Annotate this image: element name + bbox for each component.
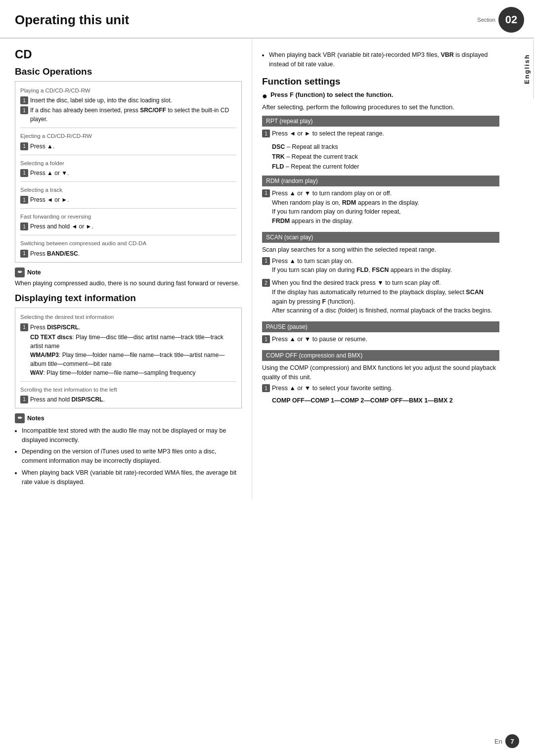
rpt-fld-text: – Repeat the current folder	[284, 163, 359, 170]
ff-step-text: Press and hold ◄ or ►.	[30, 222, 236, 231]
comp-span: (compression and BMX)	[297, 352, 362, 359]
note-text-1: When playing compressed audio, there is …	[15, 279, 242, 288]
wma-bold: WMA/MP3	[30, 352, 59, 358]
list-item: When playing back VBR (variable bit rate…	[22, 468, 242, 487]
vbr-list-item: When playing back VBR (variable bit rate…	[269, 50, 499, 69]
disp-step-row: 1 Press DISP/SCRL.	[20, 323, 236, 332]
scan-step1-text: Press ▲ to turn scan play on. If you tur…	[272, 257, 452, 275]
comp-step-row: 1 Press ▲ or ▼ to select your favorite s…	[262, 384, 499, 395]
rdm-step-row: 1 Press ▲ or ▼ to turn random play on or…	[262, 189, 499, 228]
rpt-trk-text: – Repeat the current track	[285, 153, 358, 160]
step2-text: If a disc has already been inserted, pre…	[30, 106, 236, 124]
pause-label: PAUSE	[266, 323, 286, 330]
rpt-dsc-bold: DSC	[272, 143, 285, 150]
switch-step-text: Press BAND/ESC.	[30, 249, 236, 258]
basic-operations-heading: Basic Operations	[15, 66, 242, 77]
rpt-step-num: 1	[262, 130, 270, 137]
rpt-bar: RPT (repeat play)	[262, 116, 499, 127]
step-num-1b: 1	[20, 106, 28, 114]
scan-bar: SCAN (scan play)	[262, 232, 499, 243]
rdm-span: (random play)	[279, 178, 317, 184]
comp-chain: COMP OFF—COMP 1—COMP 2—COMP OFF—BMX 1—BM…	[272, 397, 499, 404]
folder-step-row: 1 Press ▲ or ▼.	[20, 169, 236, 178]
fast-forward-title: Fast forwarding or reversing	[20, 213, 236, 221]
function-bullet-text: Press F (function) to select the functio…	[270, 91, 393, 98]
folder-step-num: 1	[20, 169, 28, 177]
pause-span: (pause)	[286, 323, 308, 330]
scan-step2-text: When you find the desired track press ▼ …	[272, 278, 499, 315]
eject-step-row: 1 Press ▲.	[20, 142, 236, 151]
page-footer: En 7	[494, 734, 519, 748]
section-badge: Section 02	[477, 7, 524, 33]
rpt-fld-bold: FLD	[272, 163, 284, 170]
comp-step-num: 1	[262, 384, 270, 392]
track-step-num: 1	[20, 196, 28, 204]
function-settings-heading: Function settings	[262, 76, 499, 87]
rpt-dsc-text: – Repeat all tracks	[285, 143, 338, 150]
scan-label: SCAN	[266, 234, 282, 241]
selecting-track-title: Selecting a track	[20, 186, 236, 194]
scan-step1-num: 1	[262, 257, 270, 265]
step-num-1: 1	[20, 96, 28, 104]
scroll-step-text: Press and hold DISP/SCRL.	[30, 395, 236, 404]
display-text-heading: Displaying text information	[15, 293, 242, 304]
scroll-step-num: 1	[20, 396, 28, 403]
scrolling-title: Scrolling the text information to the le…	[20, 386, 236, 394]
rpt-step-row: 1 Press ◄ or ► to select the repeat rang…	[262, 129, 499, 140]
left-column: CD Basic Operations Playing a CD/CD-R/CD…	[0, 39, 252, 499]
disp-step-num: 1	[20, 323, 28, 331]
note-label-2: Notes	[27, 415, 44, 422]
section-number: 02	[498, 7, 524, 33]
page-title: Operating this unit	[15, 12, 129, 28]
ff-step-num: 1	[20, 222, 28, 230]
comp-bar: COMP OFF (compression and BMX)	[262, 350, 499, 361]
note-header-1: ✏ Note	[15, 267, 242, 277]
comp-step-text: Press ▲ or ▼ to select your favorite set…	[272, 384, 393, 393]
scan-step1-row: 1 Press ▲ to turn scan play on. If you t…	[262, 257, 499, 277]
disp-step-text: Press DISP/SCRL.	[30, 323, 236, 332]
pause-bar: PAUSE (pause)	[262, 321, 499, 332]
rpt-step-text: Press ◄ or ► to select the repeat range.	[272, 129, 384, 138]
rdm-label: RDM	[266, 178, 279, 184]
scan-span: (scan play)	[282, 234, 313, 241]
eject-step-num: 1	[20, 142, 28, 150]
pause-step-num: 1	[262, 335, 270, 343]
right-column: When playing back VBR (variable bit rate…	[252, 39, 514, 499]
switch-step-row: 1 Press BAND/ESC.	[20, 249, 236, 258]
ejecting-cd-title: Ejecting a CD/CD-R/CD-RW	[20, 132, 236, 140]
page-header: Operating this unit Section 02	[0, 0, 534, 39]
desired-text-title: Selecting the desired text information	[20, 313, 236, 321]
section-label: Section	[477, 17, 495, 23]
scan-step2-num: 2	[262, 279, 270, 287]
step-row-2: 1 If a disc has already been inserted, p…	[20, 106, 236, 124]
en-label: En	[494, 738, 502, 745]
step1-text: Insert the disc, label side up, into the…	[30, 96, 236, 105]
scan-intro: Scan play searches for a song within the…	[262, 245, 499, 255]
eject-step-text: Press ▲.	[30, 142, 236, 151]
comp-label: COMP OFF	[266, 352, 297, 359]
note-label-1: Note	[27, 269, 41, 276]
wma-desc: : Play time—folder name—file name—track …	[30, 352, 224, 367]
wav-bold: WAV	[30, 369, 43, 376]
selecting-folder-title: Selecting a folder	[20, 159, 236, 168]
playing-cd-box: Playing a CD/CD-R/CD-RW 1 Insert the dis…	[15, 81, 242, 263]
track-step-text: Press ◄ or ►.	[30, 195, 236, 204]
folder-step-text: Press ▲ or ▼.	[30, 169, 236, 178]
language-indicator: English	[520, 40, 534, 99]
wav-desc: : Play time—folder name—file name—sampli…	[43, 369, 195, 376]
step-row: 1 Insert the disc, label side up, into t…	[20, 96, 236, 105]
rpt-options: DSC – Repeat all tracks TRK – Repeat the…	[272, 142, 499, 172]
function-bullet: ● Press F (function) to select the funct…	[262, 91, 499, 100]
cd-text-bold: CD TEXT discs	[30, 334, 72, 341]
display-text-box: Selecting the desired text information 1…	[15, 308, 242, 408]
track-step-row: 1 Press ◄ or ►.	[20, 195, 236, 204]
notes-bullet-list: Incompatible text stored with the audio …	[22, 426, 242, 487]
note-icon-2: ✏	[15, 413, 25, 423]
scan-step2-row: 2 When you find the desired track press …	[262, 278, 499, 317]
comp-intro: Using the COMP (compression) and BMX fun…	[262, 363, 499, 382]
rpt-span: (repeat play)	[278, 118, 313, 125]
rpt-trk-bold: TRK	[272, 153, 285, 160]
disp-formats: CD TEXT discs: Play time—disc title—disc…	[30, 333, 236, 377]
cd-heading: CD	[15, 47, 242, 61]
vbr-bullet-list: When playing back VBR (variable bit rate…	[269, 50, 499, 69]
